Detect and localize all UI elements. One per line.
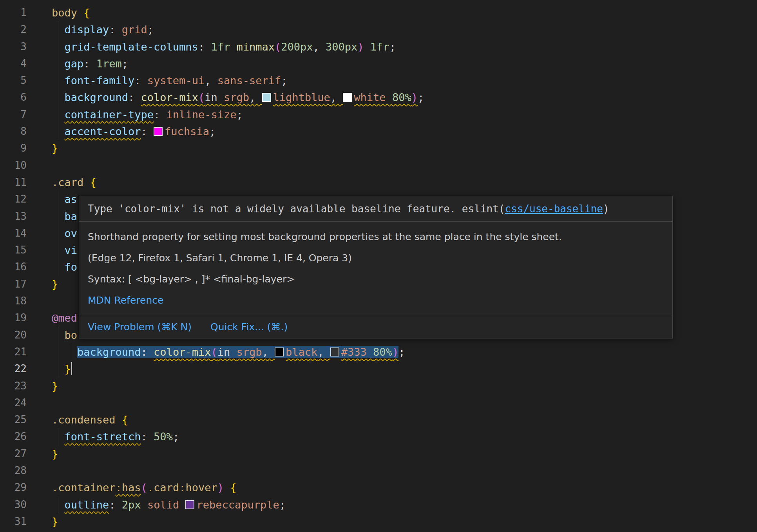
code-token — [52, 193, 65, 205]
code-token: font-family — [65, 74, 135, 87]
color-swatch[interactable] — [330, 347, 339, 356]
code-token: rebeccapurple — [196, 499, 279, 511]
code-token — [77, 7, 83, 19]
code-line[interactable]: 5 font-family: system-ui, sans-serif; — [0, 72, 757, 89]
code-token: sans-serif — [217, 74, 281, 87]
code-line[interactable]: 31} — [0, 513, 757, 530]
code-token: solid — [147, 499, 179, 511]
code-token: black — [286, 346, 317, 358]
code-line[interactable]: 22 } — [0, 360, 757, 377]
line-number: 28 — [0, 462, 27, 479]
code-token: ; — [209, 125, 216, 138]
code-line[interactable]: 1body { — [0, 4, 757, 21]
code-token — [52, 499, 65, 511]
line-number: 4 — [0, 55, 27, 72]
code-token: inline-size — [167, 109, 237, 121]
eslint-rule-link[interactable]: css/use-baseline — [505, 203, 603, 215]
code-token: fuchsia — [165, 125, 209, 138]
code-token: ; — [147, 24, 154, 36]
code-token: } — [65, 363, 71, 375]
view-problem-action[interactable]: View Problem (⌘K N) — [88, 321, 192, 333]
code-token: ov — [65, 227, 78, 239]
code-token: , — [262, 346, 275, 358]
code-token: { — [90, 176, 96, 188]
code-line[interactable]: 21 background: color-mix(in srgb, black,… — [0, 344, 757, 360]
code-token: background — [65, 91, 129, 103]
code-token — [141, 499, 147, 511]
code-token: lightblue — [273, 91, 330, 103]
code-token — [83, 176, 90, 188]
code-token — [52, 210, 65, 223]
code-token: : — [141, 125, 154, 138]
line-number: 15 — [0, 242, 27, 259]
diagnostic-text-suffix: ) — [603, 203, 609, 215]
color-swatch[interactable] — [154, 127, 163, 136]
code-token: 300px — [326, 41, 357, 53]
code-token: gap — [65, 58, 84, 70]
code-token — [116, 414, 122, 426]
code-token: ( — [198, 91, 205, 103]
line-number: 20 — [0, 327, 27, 344]
code-token: ba — [65, 210, 78, 223]
code-line[interactable]: 25.condensed { — [0, 411, 757, 428]
color-swatch[interactable] — [275, 347, 284, 356]
code-token: { — [230, 481, 236, 494]
code-token — [52, 91, 65, 103]
code-token: srgb — [236, 346, 262, 358]
code-line[interactable]: 24 — [0, 394, 757, 411]
code-token: : — [128, 91, 141, 103]
code-token: ( — [275, 41, 281, 53]
code-token: : — [154, 109, 167, 121]
code-token: bo — [65, 329, 78, 341]
code-token: , — [330, 91, 343, 103]
line-number: 8 — [0, 123, 27, 140]
browser-support: (Edge 12, Firefox 1, Safari 1, Chrome 1,… — [79, 243, 672, 264]
code-token: in — [217, 346, 237, 358]
line-number: 7 — [0, 106, 27, 123]
code-token: #333 — [341, 346, 373, 358]
line-number: 10 — [0, 157, 27, 174]
code-token: .card — [147, 481, 179, 494]
code-token: ) — [392, 346, 398, 358]
mdn-reference-link[interactable]: MDN Reference — [88, 295, 163, 306]
code-token: as — [65, 193, 78, 205]
code-line[interactable]: 11.card { — [0, 174, 757, 191]
code-line[interactable]: 29.container:has(.card:hover) { — [0, 479, 757, 496]
line-number: 9 — [0, 140, 27, 157]
code-token — [364, 41, 370, 53]
selection-highlight — [330, 346, 341, 358]
code-line[interactable]: 8 accent-color: fuchsia; — [0, 123, 757, 140]
code-line[interactable]: 3 grid-template-columns: 1fr minmax(200p… — [0, 38, 757, 55]
code-token: } — [52, 380, 58, 392]
code-token — [52, 74, 65, 87]
code-line[interactable]: 10 — [0, 157, 757, 174]
code-line[interactable]: 28 — [0, 462, 757, 479]
quick-fix-action[interactable]: Quick Fix... (⌘.) — [210, 321, 288, 333]
code-token — [52, 431, 65, 443]
code-token: 1fr — [370, 41, 389, 53]
line-number: 31 — [0, 513, 27, 530]
code-token: :hover — [179, 481, 217, 494]
code-token: ) — [217, 481, 224, 494]
code-line[interactable]: 7 container-type: inline-size; — [0, 106, 757, 123]
code-line[interactable]: 6 background: color-mix(in srgb, lightbl… — [0, 89, 757, 106]
code-line[interactable]: 27} — [0, 445, 757, 462]
color-swatch[interactable] — [262, 93, 271, 102]
line-number: 2 — [0, 21, 27, 38]
code-line[interactable]: 23} — [0, 378, 757, 394]
code-token: srgb — [224, 91, 249, 103]
code-token — [52, 41, 65, 53]
color-swatch[interactable] — [343, 93, 352, 102]
color-swatch[interactable] — [185, 500, 194, 509]
code-line[interactable]: 30 outline: 2px solid rebeccapurple; — [0, 496, 757, 513]
code-line[interactable]: 4 gap: 1rem; — [0, 55, 757, 72]
code-token: : — [141, 431, 154, 443]
line-number: 23 — [0, 378, 27, 394]
code-line[interactable]: 26 font-stretch: 50%; — [0, 428, 757, 445]
code-token: 80% — [373, 346, 392, 358]
code-line[interactable]: 2 display: grid; — [0, 21, 757, 38]
mdn-reference-row: MDN Reference — [79, 285, 672, 316]
code-token: ; — [281, 74, 287, 87]
code-line[interactable]: 9} — [0, 140, 757, 157]
code-token: , — [317, 346, 330, 358]
